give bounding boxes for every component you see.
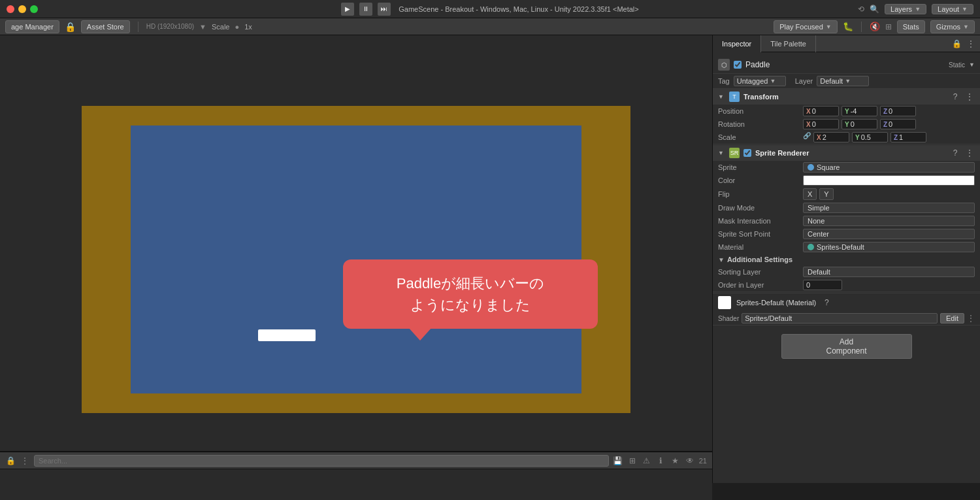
manager-button[interactable]: age Manager xyxy=(5,20,59,33)
color-picker-field[interactable] xyxy=(803,175,975,186)
console-more-icon[interactable]: ⋮ xyxy=(20,456,30,466)
sorting-layer-label: Sorting Layer xyxy=(718,268,803,276)
draw-mode-field[interactable]: Simple xyxy=(803,203,975,213)
lock-icon: 🔒 xyxy=(65,22,76,32)
add-component-row: Add Component xyxy=(713,326,980,367)
tag-dropdown[interactable]: Untagged ▼ xyxy=(734,76,786,86)
play-focused-button[interactable]: Play Focused ▼ xyxy=(774,20,838,33)
mask-interaction-value-area: None xyxy=(803,216,975,226)
pos-x-value: 0 xyxy=(812,107,816,115)
console-star-icon[interactable]: ★ xyxy=(670,456,681,466)
scale-lock-icon[interactable]: 🔗 xyxy=(803,132,811,142)
material-dot-icon xyxy=(808,244,814,250)
object-name: Paddle xyxy=(745,60,945,69)
material-more-icon[interactable]: ⋮ xyxy=(967,314,975,323)
position-z-field[interactable]: Z 0 xyxy=(880,106,916,116)
scale-x-field[interactable]: X 2 xyxy=(813,132,849,142)
tab-tile-palette[interactable]: Tile Palette xyxy=(761,35,816,52)
asset-store-button[interactable]: Asset Store xyxy=(81,20,130,33)
transform-more-icon[interactable]: ⋮ xyxy=(964,92,975,102)
rotation-x-field[interactable]: X 0 xyxy=(803,119,839,129)
rotation-values: X 0 Y 0 Z 0 xyxy=(803,119,975,129)
stats-button[interactable]: Stats xyxy=(897,20,925,33)
draw-mode-label: Draw Mode xyxy=(718,204,803,212)
layers-button[interactable]: Layers ▼ xyxy=(885,4,926,14)
tab-inspector[interactable]: Inspector xyxy=(713,35,761,52)
console-eye-icon[interactable]: 👁 xyxy=(685,456,695,466)
layout-button[interactable]: Layout ▼ xyxy=(932,4,973,14)
additional-settings-foldout[interactable]: ▼ xyxy=(718,256,725,263)
rotation-z-field[interactable]: Z 0 xyxy=(880,119,916,129)
console-info-icon[interactable]: ℹ xyxy=(656,456,666,466)
bottom-panel: 🔒 ⋮ 💾 ⊞ ⚠ ℹ ★ 👁 21 xyxy=(0,451,712,500)
sprite-renderer-checkbox[interactable] xyxy=(743,149,751,157)
pause-button[interactable]: ⏸ xyxy=(359,3,372,16)
flip-y-button[interactable]: Y xyxy=(819,188,833,200)
step-button[interactable]: ⏭ xyxy=(378,3,391,16)
transform-header[interactable]: ▼ T Transform ? ⋮ xyxy=(713,89,980,105)
minimize-dot[interactable] xyxy=(18,5,26,13)
sprite-renderer-header[interactable]: ▼ SR Sprite Renderer ? ⋮ xyxy=(713,145,980,161)
position-x-field[interactable]: X 0 xyxy=(803,106,839,116)
console-lock-icon[interactable]: 🔒 xyxy=(5,456,16,466)
layers-layout-area: ⟲ 🔍 Layers ▼ Layout ▼ xyxy=(851,0,980,18)
add-component-button[interactable]: Add Component xyxy=(781,334,912,359)
material-help-icon[interactable]: ? xyxy=(821,297,832,308)
console-count: 21 xyxy=(699,457,707,465)
rotation-y-field[interactable]: Y 0 xyxy=(841,119,877,129)
layer-label: Layer xyxy=(795,77,813,85)
material-field[interactable]: Sprites-Default xyxy=(803,242,975,252)
separator-1 xyxy=(138,22,139,32)
material-label: Material xyxy=(718,243,803,251)
flip-x-button[interactable]: X xyxy=(803,188,817,200)
console-save-icon[interactable]: 💾 xyxy=(613,456,623,466)
pos-x-label: X xyxy=(806,108,811,115)
sprite-renderer-icon: SR xyxy=(729,148,740,158)
layers-label: Layers xyxy=(890,5,912,13)
rot-x-label: X xyxy=(806,121,811,128)
sprite-renderer-more-icon[interactable]: ⋮ xyxy=(964,148,975,158)
inspector-content: ⬡ Paddle Static ▼ Tag Untagged ▼ Layer D… xyxy=(713,52,980,483)
transform-help-icon[interactable]: ? xyxy=(950,92,960,102)
layout-chevron: ▼ xyxy=(962,6,968,12)
draw-mode-row: Draw Mode Simple xyxy=(713,201,980,214)
layer-dropdown[interactable]: Default ▼ xyxy=(817,76,869,86)
history-icon[interactable]: ⟲ xyxy=(858,5,864,14)
sorting-layer-field[interactable]: Default xyxy=(803,267,975,277)
gizmos-button[interactable]: Gizmos ▼ xyxy=(930,20,975,33)
search-icon[interactable]: 🔍 xyxy=(870,5,879,14)
static-dropdown-icon[interactable]: ▼ xyxy=(969,61,975,68)
console-warning-icon[interactable]: ⚠ xyxy=(642,456,652,466)
layers-chevron: ▼ xyxy=(915,6,921,12)
layout-label: Layout xyxy=(938,5,959,13)
tag-layer-row: Tag Untagged ▼ Layer Default ▼ xyxy=(713,74,980,89)
object-type-icon: ⬡ xyxy=(718,59,730,71)
scale-y-field[interactable]: Y 0.5 xyxy=(852,132,888,142)
rot-z-value: 0 xyxy=(889,120,892,128)
mask-interaction-row: Mask Interaction None xyxy=(713,214,980,227)
lock-panel-icon[interactable]: 🔒 xyxy=(951,39,962,49)
scale-z-field[interactable]: Z 1 xyxy=(890,132,926,142)
more-panel-icon[interactable]: ⋮ xyxy=(966,39,976,49)
edit-shader-button[interactable]: Edit xyxy=(940,313,964,324)
play-button[interactable]: ▶ xyxy=(341,3,354,16)
mask-interaction-label: Mask Interaction xyxy=(718,217,803,225)
maximize-dot[interactable] xyxy=(30,5,38,13)
additional-settings-row: ▼ Additional Settings xyxy=(713,254,980,265)
order-in-layer-field[interactable]: 0 xyxy=(803,280,842,290)
console-filter-icon[interactable]: ⊞ xyxy=(627,456,638,466)
sprite-label: Sprite xyxy=(718,163,803,171)
stats-icon: ⊞ xyxy=(885,22,892,31)
mask-interaction-field[interactable]: None xyxy=(803,216,975,226)
flip-value-area: X Y xyxy=(803,188,975,200)
pos-y-label: Y xyxy=(845,108,849,115)
close-dot[interactable] xyxy=(7,5,14,13)
position-y-field[interactable]: Y -4 xyxy=(841,106,877,116)
sprite-renderer-help-icon[interactable]: ? xyxy=(950,148,960,158)
console-search-input[interactable] xyxy=(34,455,609,467)
object-active-checkbox[interactable] xyxy=(734,61,742,69)
shader-dropdown[interactable]: Sprites/Default xyxy=(742,313,938,324)
sprite-field[interactable]: Square xyxy=(803,162,975,173)
sprite-value: Square xyxy=(817,163,840,171)
sprite-sort-point-field[interactable]: Center xyxy=(803,229,975,239)
